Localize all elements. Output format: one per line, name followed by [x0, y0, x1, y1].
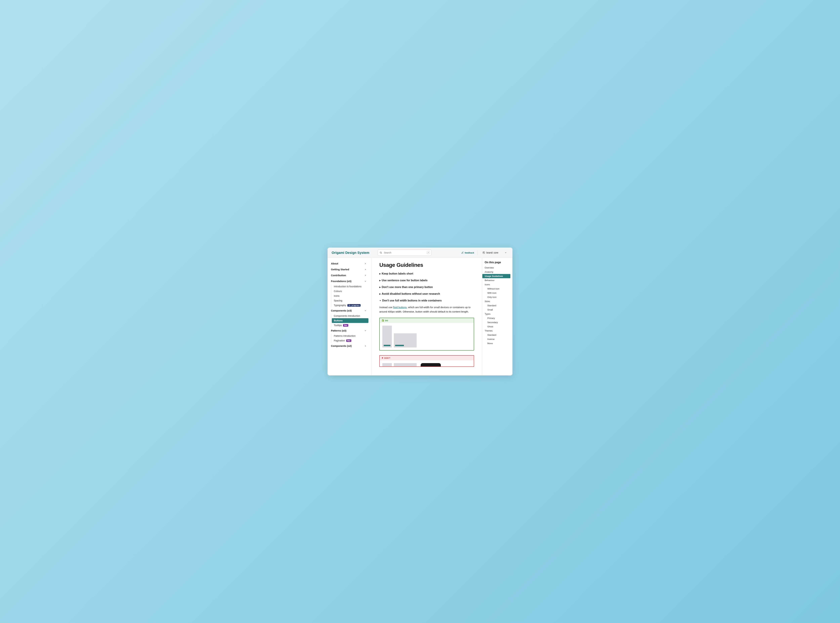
chevron-down-icon: [364, 280, 366, 282]
status-badge: New: [343, 324, 348, 327]
guideline-summary[interactable]: Avoid disabled buttons without user rese…: [379, 292, 474, 295]
search-input[interactable]: [378, 250, 431, 256]
svg-line-1: [381, 253, 382, 254]
brand-select[interactable]: brand: core: [481, 250, 508, 255]
guideline-summary[interactable]: Don't use more than one primary button: [379, 285, 474, 288]
brand-label: brand: core: [487, 251, 498, 254]
search-shortcut-icon: [427, 251, 430, 254]
guideline-summary[interactable]: Use sentence case for button labels: [379, 279, 474, 282]
sidebar-item-label: Introduction to foundations: [334, 285, 361, 288]
toc-item[interactable]: Only icon: [482, 295, 510, 299]
chevron-down-icon: [364, 330, 366, 331]
chevron-down-icon: [364, 310, 366, 312]
toc-item[interactable]: Ghost: [482, 324, 510, 328]
toc-item[interactable]: Types: [482, 312, 510, 316]
toc-item[interactable]: Standard: [482, 304, 510, 308]
logo[interactable]: Origami Design System: [332, 251, 373, 255]
mock-button: [384, 345, 390, 346]
body: AboutGetting StartedContributionFoundati…: [327, 258, 513, 375]
example-dont-header: ✖DON'T: [380, 356, 474, 361]
guideline-body: Instead use fluid buttons, which are ful…: [379, 305, 474, 314]
chevron-right-icon: [364, 262, 366, 265]
sidebar-section-label: Contribution: [331, 274, 346, 277]
sidebar-item[interactable]: TypographyIn progress: [332, 303, 369, 308]
sidebar-item-label: Buttons: [334, 319, 343, 322]
sidebar-section[interactable]: Components (o3): [329, 308, 369, 313]
chevron-down-icon: [505, 252, 507, 254]
guideline-item[interactable]: Use sentence case for button labels: [379, 279, 474, 282]
sidebar-item[interactable]: TooltipsNew: [332, 323, 369, 328]
sidebar-item[interactable]: Icons: [332, 293, 369, 298]
palette-icon: [483, 252, 485, 254]
toc-item[interactable]: Small: [482, 308, 510, 312]
toc: On this page OverviewAnatomyUsage Guidel…: [482, 258, 513, 375]
sidebar-section-label: Components (o2): [331, 344, 352, 347]
sidebar-section-label: Components (o3): [331, 309, 352, 312]
toc-item[interactable]: Secondary: [482, 320, 510, 324]
edit-icon: [461, 252, 464, 254]
sidebar-item[interactable]: PaginationNew: [332, 338, 369, 343]
sidebar-item-label: Spacing: [334, 299, 343, 302]
sidebar-subnav: Patterns IntroductionPaginationNew: [331, 333, 369, 343]
toc-item[interactable]: Usage Guidelines: [482, 274, 510, 278]
toc-item[interactable]: Without icon: [482, 287, 510, 291]
sidebar-item[interactable]: Colours: [332, 289, 369, 293]
app-window: Origami Design System feedback: [327, 248, 513, 375]
svg-point-0: [380, 252, 381, 253]
page-title: Usage Guidelines: [379, 262, 474, 268]
sidebar-subnav: Components IntroductionButtonsTooltipsNe…: [331, 313, 369, 328]
main-content: Usage Guidelines Keep button labels shor…: [371, 258, 482, 375]
guideline-item[interactable]: Don't use full width buttons in wide con…: [379, 299, 474, 367]
search-wrap: [378, 250, 431, 256]
guideline-item[interactable]: Keep button labels short: [379, 272, 474, 275]
example-dont-label: DON'T: [384, 357, 390, 359]
feedback-label: feedback: [465, 252, 474, 254]
toc-item[interactable]: Inverse: [482, 337, 510, 341]
feedback-link[interactable]: feedback: [461, 252, 474, 254]
guideline-summary-label: Avoid disabled buttons without user rese…: [382, 292, 440, 295]
guideline-summary[interactable]: Keep button labels short: [379, 272, 474, 275]
sidebar-section-label: Foundations (o3): [331, 280, 352, 282]
sidebar-section[interactable]: Foundations (o3): [329, 278, 369, 284]
mock-card-wide: [394, 333, 417, 347]
sidebar-item[interactable]: Components Introduction: [332, 313, 369, 318]
sidebar-section[interactable]: Patterns (o3): [329, 328, 369, 333]
guideline-item[interactable]: Avoid disabled buttons without user rese…: [379, 292, 474, 295]
toc-item[interactable]: Sizes: [482, 299, 510, 304]
toc-item[interactable]: With icon: [482, 291, 510, 295]
chevron-right-icon: [364, 269, 366, 270]
sidebar-item[interactable]: Patterns Introduction: [332, 333, 369, 338]
toc-item[interactable]: Primary: [482, 316, 510, 320]
toc-item[interactable]: Standard: [482, 333, 510, 337]
example-do-label: DO: [385, 319, 388, 322]
fluid-buttons-link[interactable]: fluid buttons: [393, 306, 407, 308]
sidebar-item-label: Patterns Introduction: [334, 335, 355, 337]
toc-item[interactable]: Behaviour: [482, 278, 510, 282]
mock-button: [395, 345, 404, 346]
sidebar-item[interactable]: Buttons: [332, 318, 369, 323]
sidebar: AboutGetting StartedContributionFoundati…: [327, 258, 371, 375]
sidebar-subnav: Introduction to foundationsColoursIconsS…: [331, 284, 369, 308]
mock-card-small: [383, 363, 392, 367]
toc-item[interactable]: Mono: [482, 341, 510, 345]
sidebar-item[interactable]: Spacing: [332, 298, 369, 303]
sidebar-item-label: Pagination: [334, 339, 345, 342]
toc-item[interactable]: Icons: [482, 282, 510, 287]
sidebar-section[interactable]: Getting Started: [329, 267, 369, 272]
sidebar-item-label: Tooltips: [334, 324, 342, 327]
guideline-summary-label: Keep button labels short: [382, 272, 413, 275]
top-actions: feedback brand: core: [461, 250, 508, 255]
status-badge: In progress: [347, 304, 361, 307]
toc-item[interactable]: Themes: [482, 328, 510, 333]
sidebar-section[interactable]: Components (o2): [329, 343, 369, 349]
toc-item[interactable]: Overview: [482, 265, 510, 270]
sidebar-section[interactable]: Contribution: [329, 272, 369, 278]
guideline-summary[interactable]: Don't use full width buttons in wide con…: [379, 299, 474, 302]
sidebar-item-label: Icons: [334, 295, 340, 297]
check-icon: ✅: [382, 319, 384, 322]
guideline-item[interactable]: Don't use more than one primary button: [379, 285, 474, 288]
sidebar-item-label: Colours: [334, 290, 342, 293]
sidebar-item[interactable]: Introduction to foundations: [332, 284, 369, 289]
toc-item[interactable]: Anatomy: [482, 270, 510, 274]
sidebar-section[interactable]: About: [329, 261, 369, 267]
